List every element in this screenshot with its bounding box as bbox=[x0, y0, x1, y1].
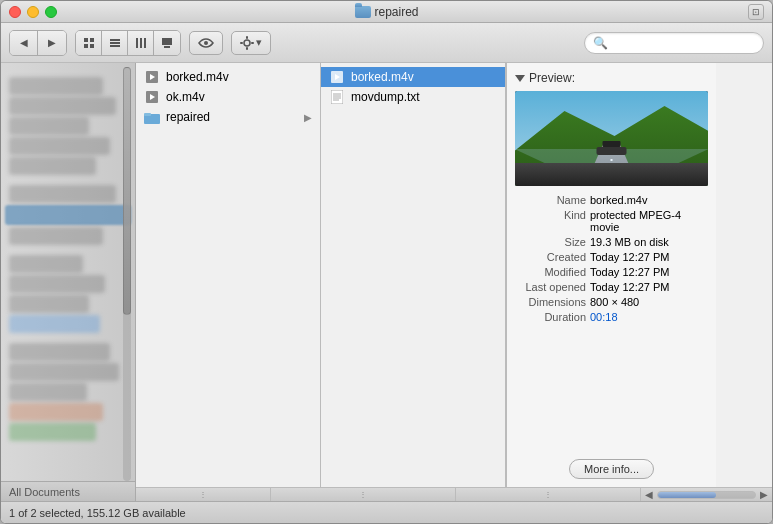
close-button[interactable] bbox=[9, 6, 21, 18]
col-resize-dots-3[interactable]: ⋮ bbox=[544, 490, 552, 499]
info-row-duration: Duration 00:18 bbox=[515, 311, 708, 323]
file-icon-video-3 bbox=[329, 69, 345, 85]
action-button[interactable]: ▾ bbox=[231, 31, 271, 55]
view-icon-cover[interactable] bbox=[154, 31, 180, 55]
file-info: Name borked.m4v Kind protected MPEG-4 mo… bbox=[515, 194, 708, 451]
sidebar-item-12[interactable] bbox=[9, 343, 110, 361]
column-1-items: borked.m4v ok.m4v bbox=[136, 63, 320, 487]
svg-rect-15 bbox=[246, 47, 248, 50]
info-row-lastopened: Last opened Today 12:27 PM bbox=[515, 281, 708, 293]
columns-footer: ⋮ ⋮ ⋮ ◀ ▶ bbox=[136, 487, 772, 501]
sidebar-item-7[interactable] bbox=[9, 227, 103, 245]
sidebar-item-13[interactable] bbox=[9, 363, 119, 381]
scroll-left-arrow[interactable]: ◀ bbox=[645, 489, 653, 500]
col-footer-1: ⋮ bbox=[271, 488, 456, 501]
list-icon bbox=[109, 37, 121, 49]
search-bar[interactable]: 🔍 bbox=[584, 32, 764, 54]
txt-file-icon bbox=[331, 90, 343, 104]
sidebar-item-14[interactable] bbox=[9, 383, 87, 401]
modified-label: Modified bbox=[515, 266, 590, 278]
search-icon: 🔍 bbox=[593, 36, 608, 50]
sidebar-item-1[interactable] bbox=[9, 77, 103, 95]
svg-rect-8 bbox=[140, 38, 142, 48]
sidebar-item-3[interactable] bbox=[9, 117, 89, 135]
sidebar-all-documents-label: All Documents bbox=[9, 486, 80, 498]
svg-rect-16 bbox=[240, 42, 243, 44]
col-resize-dots-2[interactable]: ⋮ bbox=[359, 490, 367, 499]
toolbar: ◀ ▶ bbox=[1, 23, 772, 63]
svg-rect-37 bbox=[597, 147, 627, 155]
sidebar-item-9[interactable] bbox=[9, 275, 105, 293]
sidebar-item-6[interactable] bbox=[9, 185, 116, 203]
sidebar-item-5[interactable] bbox=[9, 157, 96, 175]
horizontal-scrollbar[interactable] bbox=[657, 491, 756, 499]
file-repaired-folder[interactable]: repaired ▶ bbox=[136, 107, 320, 127]
content-area: All Documents bbox=[1, 63, 772, 501]
file-name-selected: borked.m4v bbox=[351, 70, 414, 84]
file-borked-m4v-selected[interactable]: borked.m4v bbox=[321, 67, 505, 87]
created-value: Today 12:27 PM bbox=[590, 251, 708, 263]
scroll-right-arrow[interactable]: ▶ bbox=[760, 489, 768, 500]
more-info-button[interactable]: More info... bbox=[569, 459, 654, 479]
size-label: Size bbox=[515, 236, 590, 248]
view-icon-columns[interactable] bbox=[128, 31, 154, 55]
svg-rect-14 bbox=[246, 36, 248, 39]
preview-label: Preview: bbox=[529, 71, 575, 85]
file-name-txt: movdump.txt bbox=[351, 90, 420, 104]
info-row-name: Name borked.m4v bbox=[515, 194, 708, 206]
sidebar-scrollbar[interactable] bbox=[123, 67, 133, 481]
svg-rect-9 bbox=[144, 38, 146, 48]
column-1: borked.m4v ok.m4v bbox=[136, 63, 321, 487]
nav-buttons: ◀ ▶ bbox=[9, 30, 67, 56]
dimensions-value: 800 × 480 bbox=[590, 296, 708, 308]
col-resize-dots-1[interactable]: ⋮ bbox=[199, 490, 207, 499]
sidebar-item-11[interactable] bbox=[9, 315, 100, 333]
video-file-icon-2 bbox=[145, 90, 159, 104]
sidebar-item-10[interactable] bbox=[9, 295, 89, 313]
file-ok-m4v[interactable]: ok.m4v bbox=[136, 87, 320, 107]
cover-icon bbox=[161, 37, 173, 49]
svg-rect-4 bbox=[110, 39, 120, 41]
duration-value: 00:18 bbox=[590, 311, 708, 323]
sidebar-item-4[interactable] bbox=[9, 137, 110, 155]
view-icon-list[interactable] bbox=[102, 31, 128, 55]
folder-arrow: ▶ bbox=[304, 112, 312, 123]
svg-rect-6 bbox=[110, 45, 120, 47]
window-title: repaired bbox=[374, 5, 418, 19]
titlebar-right: ⊡ bbox=[748, 4, 764, 20]
column-2: borked.m4v bbox=[321, 63, 506, 487]
statusbar: 1 of 2 selected, 155.12 GB available bbox=[1, 501, 772, 523]
sidebar-item-16[interactable] bbox=[9, 423, 96, 441]
video-file-icon bbox=[145, 70, 159, 84]
scrollbar-thumb-h bbox=[658, 492, 716, 498]
statusbar-text: 1 of 2 selected, 155.12 GB available bbox=[9, 507, 186, 519]
sidebar-item-8[interactable] bbox=[9, 255, 83, 273]
video-file-icon-3 bbox=[330, 70, 344, 84]
search-input[interactable] bbox=[612, 36, 755, 50]
sidebar-item-selected[interactable] bbox=[5, 205, 131, 225]
maximize-button[interactable] bbox=[45, 6, 57, 18]
modified-value: Today 12:27 PM bbox=[590, 266, 708, 278]
svg-rect-26 bbox=[331, 90, 343, 104]
back-button[interactable]: ◀ bbox=[10, 31, 38, 55]
file-movdump-txt[interactable]: movdump.txt bbox=[321, 87, 505, 107]
sidebar-blur-group bbox=[1, 67, 135, 445]
info-row-created: Created Today 12:27 PM bbox=[515, 251, 708, 263]
created-label: Created bbox=[515, 251, 590, 263]
file-borked-m4v[interactable]: borked.m4v bbox=[136, 67, 320, 87]
view-icon-grid[interactable] bbox=[76, 31, 102, 55]
name-label: Name bbox=[515, 194, 590, 206]
info-row-kind: Kind protected MPEG-4 movie bbox=[515, 209, 708, 233]
eye-button[interactable] bbox=[189, 31, 223, 55]
minimize-button[interactable] bbox=[27, 6, 39, 18]
sidebar-item-15[interactable] bbox=[9, 403, 103, 421]
folder-svg-icon bbox=[144, 111, 160, 124]
columns-wrapper: borked.m4v ok.m4v bbox=[136, 63, 772, 501]
col-footer-scrollarea: ◀ ▶ bbox=[641, 489, 772, 500]
zoom-button[interactable]: ⊡ bbox=[748, 4, 764, 20]
preview-header: Preview: bbox=[515, 71, 708, 85]
sidebar-item-2[interactable] bbox=[9, 97, 116, 115]
sidebar-all-documents[interactable]: All Documents bbox=[1, 481, 135, 501]
forward-button[interactable]: ▶ bbox=[38, 31, 66, 55]
finder-window: repaired ⊡ ◀ ▶ bbox=[0, 0, 773, 524]
